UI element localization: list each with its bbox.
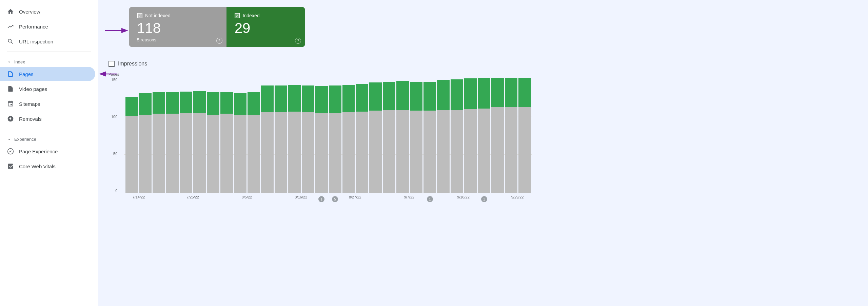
x-axis-label: 9/7/22: [396, 195, 423, 199]
y-axis-labels: 150 100 50 0: [111, 78, 117, 193]
sidebar-item-url-inspection[interactable]: URL inspection: [0, 34, 95, 49]
sidebar-section-index[interactable]: Index: [0, 55, 98, 66]
sidebar-item-video-pages[interactable]: Video pages: [0, 82, 95, 96]
sidebar-divider-1: [7, 52, 91, 52]
sidebar-section-experience[interactable]: Experience: [0, 132, 98, 144]
bar-not-indexed: [153, 114, 165, 193]
not-indexed-help[interactable]: ?: [216, 38, 222, 44]
bar-group: [302, 78, 314, 193]
bar-indexed: [478, 78, 490, 108]
impressions-checkbox[interactable]: [108, 61, 115, 67]
bar-not-indexed: [220, 114, 233, 193]
indexed-help[interactable]: ?: [295, 38, 301, 44]
bar-not-indexed: [383, 110, 395, 193]
bar-not-indexed: [478, 109, 490, 193]
bar-indexed: [220, 92, 233, 114]
bar-indexed: [518, 78, 531, 107]
bar-indexed: [505, 78, 517, 107]
bar-indexed: [248, 92, 260, 115]
bar-indexed: [180, 92, 192, 113]
chart-y-label: Pages: [108, 72, 532, 76]
bar-stack: [125, 97, 138, 193]
bar-group: [125, 78, 138, 193]
not-indexed-checkbox[interactable]: ✓: [137, 13, 142, 18]
bar-not-indexed: [518, 107, 531, 193]
not-indexed-card[interactable]: ✓ Not indexed 118 5 reasons ?: [129, 7, 226, 47]
bar-indexed: [329, 85, 341, 113]
bar-indexed: [261, 85, 274, 112]
bar-indexed: [193, 91, 206, 113]
bar-group: [451, 78, 463, 193]
performance-icon: [7, 23, 14, 30]
x-axis-label: 7/14/22: [125, 195, 152, 199]
x-axis-label: 7/25/22: [179, 195, 206, 199]
x-axis-label: [369, 195, 396, 199]
sidebar: Overview Performance URL inspection Inde…: [0, 0, 98, 306]
bar-group: [153, 78, 165, 193]
bar-not-indexed: [369, 111, 382, 193]
bar-indexed: [464, 78, 477, 109]
bar-not-indexed: [315, 113, 328, 193]
sidebar-item-overview-label: Overview: [19, 9, 40, 15]
event-marker[interactable]: 1: [481, 196, 487, 202]
sitemaps-icon: [7, 100, 14, 108]
bar-stack: [464, 78, 477, 193]
sidebar-item-removals[interactable]: Removals: [0, 112, 95, 126]
sidebar-item-sitemaps[interactable]: Sitemaps: [0, 97, 95, 111]
bar-stack: [315, 86, 328, 193]
bar-group: [207, 78, 219, 193]
event-marker[interactable]: 5: [332, 196, 338, 202]
bar-indexed: [315, 86, 328, 113]
bar-stack: [383, 82, 395, 193]
bar-stack: [139, 93, 152, 193]
sidebar-item-core-web-vitals[interactable]: Core Web Vitals: [0, 159, 95, 173]
bar-group: [505, 78, 517, 193]
bar-group: [248, 78, 260, 193]
bar-not-indexed: [437, 110, 450, 193]
bar-not-indexed: [342, 112, 355, 193]
indexed-card[interactable]: ✓ Indexed 29 ?: [226, 7, 305, 47]
bar-stack: [505, 78, 517, 193]
sidebar-item-core-web-vitals-label: Core Web Vitals: [19, 164, 56, 169]
bar-stack: [220, 92, 233, 193]
bar-indexed: [125, 97, 138, 116]
bar-stack: [451, 79, 463, 193]
bar-indexed: [139, 93, 152, 114]
x-axis-label: [260, 195, 288, 199]
bar-indexed: [288, 85, 301, 112]
bar-indexed: [437, 80, 450, 110]
bar-not-indexed: [139, 115, 152, 193]
sidebar-item-pages[interactable]: Pages: [0, 67, 95, 81]
bar-stack: [437, 80, 450, 193]
bar-not-indexed: [207, 115, 219, 193]
sidebar-item-performance[interactable]: Performance: [0, 19, 95, 34]
y-label-150: 150: [111, 78, 117, 82]
page-experience-icon: [7, 148, 14, 155]
bar-indexed: [410, 82, 422, 111]
sidebar-item-overview[interactable]: Overview: [0, 4, 95, 19]
sidebar-item-video-pages-label: Video pages: [19, 86, 47, 92]
x-axis-label: [206, 195, 233, 199]
bar-group: 1: [315, 78, 328, 193]
indexed-header: ✓ Indexed: [235, 13, 297, 18]
bar-not-indexed: [329, 113, 341, 193]
bar-stack: [491, 78, 504, 193]
bar-not-indexed: [234, 115, 246, 193]
bar-not-indexed: [410, 111, 422, 193]
bar-indexed: [166, 92, 179, 114]
bar-group: [180, 78, 192, 193]
bar-indexed: [451, 79, 463, 110]
bar-indexed: [383, 82, 395, 110]
indexed-checkbox[interactable]: ✓: [235, 13, 240, 18]
sidebar-item-sitemaps-label: Sitemaps: [19, 101, 40, 107]
bar-group: [369, 78, 382, 193]
impressions-label: Impressions: [118, 61, 147, 67]
bar-not-indexed: [302, 112, 314, 193]
sidebar-item-page-experience-label: Page Experience: [19, 149, 58, 154]
event-marker[interactable]: 1: [318, 196, 324, 202]
event-marker[interactable]: 1: [427, 196, 433, 202]
bar-group: [383, 78, 395, 193]
bar-not-indexed: [396, 110, 409, 193]
pages-icon: [7, 70, 14, 78]
sidebar-item-page-experience[interactable]: Page Experience: [0, 144, 95, 158]
